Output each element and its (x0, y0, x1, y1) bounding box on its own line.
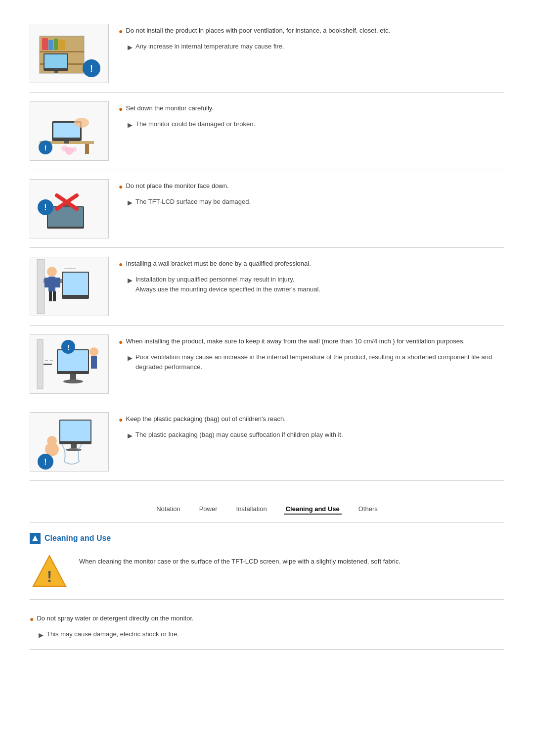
packaging-image: ! (30, 412, 109, 472)
page-container: ! ● Do not install the product in places… (0, 0, 534, 664)
packaging-content: ● Keep the plastic packaging (bag) out o… (119, 412, 504, 441)
svg-point-59 (47, 436, 57, 446)
svg-text:←→: ←→ (44, 358, 53, 363)
cleaning-warning-triangle: ! (30, 552, 69, 591)
svg-rect-48 (70, 374, 76, 380)
wall-distance-sub-text: Poor ventilation may cause an increase i… (135, 352, 504, 372)
ventilation-sub-text: Any increase in internal temperature may… (135, 42, 284, 51)
triangle-svg: ! (31, 553, 68, 590)
cleaning-intro-text: When cleaning the monitor case or the su… (79, 552, 400, 567)
svg-point-50 (89, 347, 98, 356)
svg-point-49 (63, 379, 83, 383)
wall-bracket-content: ● Installing a wall bracket must be done… (119, 257, 504, 294)
bookshelf-svg: ! (35, 26, 104, 81)
arrow-icon: ▶ (128, 120, 133, 130)
cleaning-section-title: Cleaning and Use (44, 534, 111, 543)
wall-bracket-svg: ~~~~ (35, 257, 104, 316)
instructions-list: ! ● Do not install the product in places… (30, 15, 504, 481)
svg-rect-9 (54, 71, 58, 73)
instruction-face-down: ! ● Do not place the monitor face down. … (30, 170, 504, 248)
svg-rect-31 (37, 259, 44, 314)
svg-marker-62 (32, 535, 38, 541)
face-down-sub-text: The TFT-LCD surface may be damaged. (135, 197, 251, 207)
svg-point-18 (74, 118, 89, 128)
svg-rect-4 (48, 40, 53, 50)
bullet-icon: ● (119, 415, 123, 425)
nav-power[interactable]: Power (197, 504, 220, 515)
packaging-svg: ! (35, 412, 104, 472)
svg-point-23 (72, 147, 77, 152)
svg-rect-34 (63, 273, 88, 295)
bullet-icon: ● (119, 337, 123, 347)
arrow-icon: ▶ (39, 630, 44, 640)
svg-text:!: ! (44, 458, 46, 466)
svg-rect-40 (53, 291, 56, 301)
arrow-icon: ▶ (128, 198, 133, 208)
face-down-main-text: Do not place the monitor face down. (126, 181, 228, 191)
svg-rect-1 (40, 51, 84, 52)
wall-bracket-sub-text: Installation by unqualified personnel ma… (135, 275, 320, 294)
svg-rect-47 (58, 350, 88, 371)
instruction-packaging: ! ● Keep the plastic packaging (bag) out… (30, 403, 504, 481)
cleaning-section-icon (30, 533, 41, 544)
svg-text:!: ! (44, 203, 46, 212)
navigation-bar: Notation Power Installation Cleaning and… (30, 496, 504, 523)
svg-rect-14 (85, 144, 89, 154)
wall-distance-svg: ←→ ! (35, 334, 104, 394)
do-not-spray-content: ● Do not spray water or detergent direct… (30, 612, 504, 640)
svg-rect-51 (91, 356, 97, 369)
do-not-spray-block: ● Do not spray water or detergent direct… (30, 608, 504, 650)
svg-rect-42 (37, 339, 43, 389)
svg-text:!: ! (90, 64, 93, 74)
cleaning-section-header: Cleaning and Use (30, 533, 504, 544)
bullet-icon: ● (119, 26, 123, 37)
set-down-svg: ! (35, 104, 104, 158)
arrow-icon: ▶ (128, 43, 133, 52)
svg-point-22 (61, 145, 67, 151)
wall-distance-content: ● When installing the product, make sure… (119, 334, 504, 372)
face-down-image: ! (30, 179, 109, 238)
bullet-icon: ● (119, 104, 123, 114)
do-not-spray-main-text: Do not spray water or detergent directly… (37, 614, 193, 623)
section-icon-svg (32, 535, 39, 542)
cleaning-intro-block: ! When cleaning the monitor case or the … (30, 552, 504, 600)
svg-rect-17 (64, 141, 69, 143)
nav-cleaning[interactable]: Cleaning and Use (284, 504, 342, 515)
nav-notation[interactable]: Notation (154, 504, 182, 515)
instruction-ventilation: ! ● Do not install the product in places… (30, 15, 504, 93)
bullet-icon: ● (30, 614, 34, 624)
instruction-wall-distance: ←→ ! (30, 326, 504, 403)
arrow-icon: ▶ (128, 431, 133, 441)
ventilation-content: ● Do not install the product in places w… (119, 24, 504, 52)
svg-rect-55 (60, 421, 90, 441)
nav-installation[interactable]: Installation (234, 504, 269, 515)
set-down-sub-text: The monitor could be damaged or broken. (135, 119, 255, 129)
cleaning-section: Cleaning and Use ! When cleaning the mon… (30, 533, 504, 650)
set-down-main-text: Set down the monitor carefully. (126, 103, 214, 113)
svg-point-35 (47, 267, 57, 277)
svg-rect-56 (71, 444, 77, 448)
svg-text:!: ! (44, 144, 47, 152)
ventilation-image: ! (30, 24, 109, 83)
svg-rect-5 (54, 39, 58, 50)
svg-rect-39 (49, 291, 52, 301)
wall-distance-image: ←→ ! (30, 334, 109, 394)
bullet-icon: ● (119, 259, 123, 270)
ventilation-main-text: Do not install the product in places wit… (126, 26, 390, 36)
packaging-main-text: Keep the plastic packaging (bag) out of … (126, 414, 285, 424)
svg-text:!: ! (67, 343, 70, 351)
instruction-set-down: ! ● Set down the monitor carefully. ▶ Th… (30, 93, 504, 170)
wall-bracket-image: ~~~~ (30, 257, 109, 316)
svg-rect-37 (44, 278, 49, 287)
arrow-icon: ▶ (128, 353, 133, 363)
svg-text:~~~~: ~~~~ (64, 266, 76, 272)
svg-rect-3 (42, 38, 48, 50)
face-down-content: ● Do not place the monitor face down. ▶ … (119, 179, 504, 208)
wall-bracket-main-text: Installing a wall bracket must be done b… (126, 259, 311, 269)
nav-others[interactable]: Others (356, 504, 380, 515)
packaging-sub-text: The plastic packaging (bag) may cause su… (135, 430, 343, 440)
face-down-svg: ! (35, 182, 104, 236)
bullet-icon: ● (119, 182, 123, 192)
set-down-content: ● Set down the monitor carefully. ▶ The … (119, 101, 504, 130)
arrow-icon: ▶ (128, 276, 133, 285)
